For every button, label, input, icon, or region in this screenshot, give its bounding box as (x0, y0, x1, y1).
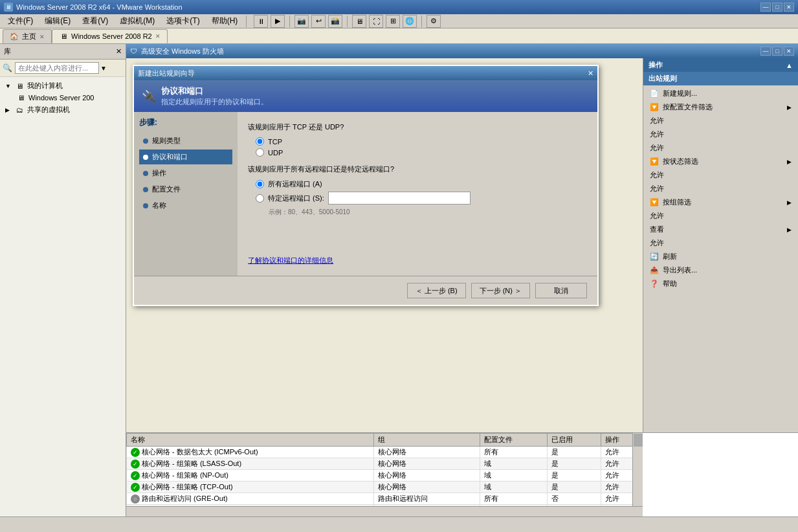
radio-tcp-input[interactable] (256, 137, 264, 146)
toolbar-btn-display[interactable]: 🖥 (352, 15, 366, 28)
table-row[interactable]: ○ 路由和远程访问 (GRE-Out) 路由和远程访问 所有 否 允许 (127, 493, 643, 505)
action-filter-group-label: 按组筛选 (663, 197, 691, 207)
dialog-title: 新建出站规则向导 (138, 69, 195, 78)
action-filter-group[interactable]: 🔽 按组筛选 ▶ (643, 195, 798, 209)
radio-specific-ports-input[interactable] (256, 194, 264, 203)
fw-minimize-button[interactable]: — (760, 47, 771, 56)
action-allow-5[interactable]: 允许 (643, 182, 798, 195)
step-label-1: 规则类型 (152, 136, 181, 146)
cell-enabled: 是 (547, 470, 601, 482)
tree-expand-shared-icon[interactable]: ▶ (5, 107, 12, 113)
menu-help[interactable]: 帮助(H) (206, 14, 243, 28)
menu-edit[interactable]: 编辑(E) (39, 14, 76, 28)
status-green-icon-3: ✓ (131, 471, 140, 480)
action-new-rule[interactable]: 📄 新建规则... (643, 87, 798, 100)
tab-server[interactable]: 🖥 Windows Server 2008 R2 ✕ (52, 29, 168, 43)
action-allow-3[interactable]: 允许 (643, 141, 798, 155)
action-allow-1[interactable]: 允许 (643, 114, 798, 127)
dialog-steps: 步骤: 规则类型 协议和端口 操作 (134, 112, 238, 276)
radio-all-ports-input[interactable] (256, 180, 264, 188)
dialog-page-subtitle: 指定此规则应用于的协议和端口。 (161, 97, 268, 107)
action-filter-state[interactable]: 🔽 按状态筛选 ▶ (643, 155, 798, 168)
step-protocol-port[interactable]: 协议和端口 (139, 150, 232, 164)
tab-bar: 🏠 主页 ✕ 🖥 Windows Server 2008 R2 ✕ (0, 28, 798, 44)
action-allow-6[interactable]: 允许 (643, 209, 798, 223)
close-button[interactable]: ✕ (784, 3, 794, 12)
allow-label-6: 允许 (650, 211, 664, 221)
toolbar-btn-snap2[interactable]: 📸 (328, 15, 342, 28)
action-help-label: 帮助 (663, 279, 677, 289)
toolbar-btn-revert[interactable]: ↩ (311, 15, 326, 28)
radio-tcp[interactable]: TCP (256, 137, 587, 146)
firewall-title: 高级安全 Windows 防火墙 (141, 47, 224, 56)
menu-file[interactable]: 文件(F) (3, 14, 38, 28)
maximize-button[interactable]: □ (772, 3, 782, 12)
col-group: 组 (373, 434, 480, 447)
step-profile[interactable]: 配置文件 (139, 182, 232, 197)
radio-udp[interactable]: UDP (256, 148, 587, 157)
step-dot-3 (143, 171, 148, 176)
menu-tabs[interactable]: 选项卡(T) (161, 14, 205, 28)
title-bar-controls[interactable]: — □ ✕ (760, 3, 794, 12)
action-filter-profile[interactable]: 🔽 按配置文件筛选 ▶ (643, 100, 798, 114)
tree-item-shared[interactable]: ▶ 🗂 共享的虚拟机 (3, 104, 123, 116)
cell-name: ✓ 核心网络 - 数据包太大 (ICMPv6-Out) (127, 447, 374, 458)
radio-udp-input[interactable] (256, 148, 264, 157)
tab-home-label: 主页 (22, 32, 36, 41)
tree-item-mycomputer[interactable]: ▼ 🖥 我的计算机 (3, 80, 123, 92)
toolbar-btn-full[interactable]: ⛶ (369, 15, 383, 28)
table-row[interactable]: ✓ 核心网络 - 组策略 (LSASS-Out) 核心网络 域 是 允许 (127, 458, 643, 470)
step-dot-2 (143, 155, 148, 160)
actions-collapse-icon[interactable]: ▲ (786, 61, 793, 69)
scroll-thumb[interactable] (634, 434, 643, 447)
tree-expand-icon[interactable]: ▼ (5, 83, 12, 89)
action-allow-4[interactable]: 允许 (643, 168, 798, 182)
action-export[interactable]: 📤 导出列表... (643, 263, 798, 277)
table-row[interactable]: ✓ 核心网络 - 组策略 (NP-Out) 核心网络 域 是 允许 (127, 470, 643, 482)
back-button[interactable]: ＜ 上一步 (B) (407, 283, 466, 298)
action-refresh[interactable]: 🔄 刷新 (643, 250, 798, 263)
status-green-icon-4: ✓ (131, 483, 140, 492)
fw-restore-button[interactable]: □ (772, 47, 782, 56)
tab-home-close[interactable]: ✕ (39, 34, 45, 40)
actions-list: 📄 新建规则... 🔽 按配置文件筛选 ▶ 允许 允许 (643, 85, 798, 292)
minimize-button[interactable]: — (760, 3, 771, 12)
dialog-close-icon[interactable]: ✕ (588, 69, 593, 78)
learn-more-link[interactable]: 了解协议和端口的详细信息 (248, 256, 333, 264)
main-content: 库 ✕ 🔍 ▼ ▼ 🖥 我的计算机 🖥 Windows Server 200 ▶… (0, 44, 798, 516)
fw-close-button[interactable]: ✕ (784, 47, 794, 56)
search-dropdown-icon[interactable]: ▼ (100, 65, 107, 72)
port-input[interactable] (328, 192, 471, 205)
next-button[interactable]: 下一步 (N) ＞ (471, 283, 530, 298)
action-allow-2[interactable]: 允许 (643, 127, 798, 141)
toolbar-btn-settings[interactable]: ⚙ (427, 15, 441, 28)
menu-vm[interactable]: 虚拟机(M) (115, 14, 160, 28)
action-help[interactable]: ❓ 帮助 (643, 277, 798, 291)
step-rule-type[interactable]: 规则类型 (139, 133, 232, 148)
table-row[interactable]: ✓ 核心网络 - 组策略 (TCP-Out) 核心网络 域 是 允许 (127, 482, 643, 493)
toolbar-btn-pause[interactable]: ⏸ (254, 15, 268, 28)
cancel-button[interactable]: 取消 (535, 283, 587, 298)
radio-all-ports[interactable]: 所有远程端口 (A) (256, 179, 587, 189)
toolbar-btn-unity[interactable]: ⊞ (386, 15, 400, 28)
sidebar-close-icon[interactable]: ✕ (116, 47, 122, 56)
tab-home[interactable]: 🏠 主页 ✕ (3, 29, 52, 43)
toolbar-btn-arrow[interactable]: ▶ (271, 15, 285, 28)
search-input[interactable] (15, 62, 99, 74)
step-name[interactable]: 名称 (139, 198, 232, 213)
radio-specific-ports[interactable]: 特定远程端口 (S): (256, 192, 587, 205)
tab-server-close[interactable]: ✕ (155, 33, 161, 39)
cell-group: 核心网络 (373, 458, 480, 470)
vertical-scrollbar[interactable] (632, 433, 643, 516)
action-view[interactable]: 查看 ▶ (643, 223, 798, 236)
menu-view[interactable]: 查看(V) (77, 14, 113, 28)
horizontal-scrollbar[interactable] (126, 506, 643, 516)
table-row[interactable]: ✓ 核心网络 - 数据包太大 (ICMPv6-Out) 核心网络 所有 是 允许 (127, 447, 643, 458)
step-label-2: 协议和端口 (152, 152, 188, 162)
cell-group: 路由和远程访问 (373, 493, 480, 505)
tree-item-server[interactable]: 🖥 Windows Server 200 (3, 92, 123, 104)
step-action[interactable]: 操作 (139, 166, 232, 181)
action-allow-7[interactable]: 允许 (643, 236, 798, 250)
toolbar-btn-snap[interactable]: 📷 (294, 15, 309, 28)
toolbar-btn-net[interactable]: 🌐 (403, 15, 417, 28)
